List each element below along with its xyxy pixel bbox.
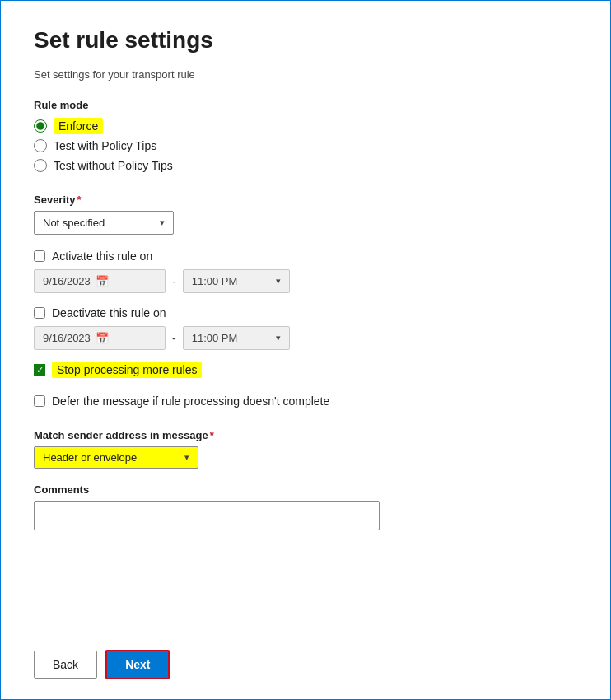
page-container: Set rule settings Set settings for your … [0, 0, 611, 700]
comments-input[interactable] [34, 501, 380, 530]
activate-section: Activate this rule on 9/16/2023 📅 - 11:0… [34, 250, 577, 293]
back-button[interactable]: Back [34, 651, 97, 679]
match-sender-select-row: Header or envelope ▾ [34, 446, 577, 469]
match-sender-selected-value: Header or envelope [43, 451, 137, 464]
enforce-highlight: Enforce [54, 118, 103, 134]
rule-mode-section: Rule mode Enforce Test with Policy Tips … [34, 99, 577, 179]
deactivate-time-select[interactable]: 11:00 PM ▾ [183, 326, 290, 350]
activate-time-select[interactable]: 11:00 PM ▾ [183, 269, 290, 293]
deactivate-checkbox[interactable] [34, 307, 45, 319]
rule-mode-label: Rule mode [34, 99, 577, 111]
deactivate-label[interactable]: Deactivate this rule on [52, 306, 166, 320]
stop-processing-section: ✓ Stop processing more rules [34, 363, 577, 383]
severity-required-star: * [77, 194, 82, 206]
activate-date-input[interactable]: 9/16/2023 📅 [34, 269, 166, 293]
severity-dropdown[interactable]: Not specified ▾ [34, 211, 174, 235]
activate-dash: - [172, 275, 176, 288]
page-title: Set rule settings [34, 27, 577, 54]
stop-processing-checkbox[interactable]: ✓ [34, 364, 45, 376]
match-sender-chevron-icon: ▾ [184, 452, 189, 463]
match-sender-dropdown[interactable]: Header or envelope ▾ [34, 446, 198, 469]
test-without-policy-tips-label[interactable]: Test without Policy Tips [54, 159, 173, 172]
activate-label[interactable]: Activate this rule on [52, 250, 152, 263]
activate-calendar-icon[interactable]: 📅 [96, 275, 109, 287]
stop-processing-label[interactable]: Stop processing more rules [52, 363, 202, 376]
test-without-policy-tips-radio[interactable] [34, 159, 47, 172]
comments-label: Comments [34, 483, 577, 496]
deactivate-section: Deactivate this rule on 9/16/2023 📅 - 11… [34, 306, 577, 350]
defer-section: Defer the message if rule processing doe… [34, 394, 577, 414]
deactivate-date-input[interactable]: 9/16/2023 📅 [34, 326, 166, 350]
next-button[interactable]: Next [105, 650, 170, 679]
deactivate-dash: - [172, 332, 176, 345]
activate-checkbox[interactable] [34, 250, 45, 262]
test-with-policy-tips-label[interactable]: Test with Policy Tips [54, 139, 156, 152]
deactivate-time-chevron-icon: ▾ [276, 333, 281, 343]
severity-selected-value: Not specified [43, 217, 105, 229]
enforce-radio-row: Enforce [34, 119, 577, 133]
test-with-policy-tips-radio-row: Test with Policy Tips [34, 139, 577, 152]
enforce-label[interactable]: Enforce [54, 119, 103, 133]
activate-datetime-row: 9/16/2023 📅 - 11:00 PM ▾ [34, 269, 577, 293]
activate-time-chevron-icon: ▾ [276, 276, 281, 287]
test-without-policy-tips-radio-row: Test without Policy Tips [34, 159, 577, 172]
stop-processing-checkbox-row: ✓ Stop processing more rules [34, 363, 577, 376]
activate-checkbox-row: Activate this rule on [34, 250, 577, 263]
footer-buttons: Back Next [34, 650, 577, 679]
defer-checkbox-row: Defer the message if rule processing doe… [34, 394, 577, 408]
comments-section: Comments [34, 483, 577, 623]
defer-checkbox[interactable] [34, 395, 45, 407]
deactivate-date-value: 9/16/2023 [43, 332, 91, 344]
stop-processing-checkmark: ✓ [36, 365, 44, 376]
activate-date-value: 9/16/2023 [43, 275, 91, 287]
page-subtitle: Set settings for your transport rule [34, 68, 577, 81]
severity-section: Severity * Not specified ▾ [34, 194, 577, 235]
severity-chevron-icon: ▾ [160, 217, 165, 228]
deactivate-time-value: 11:00 PM [192, 332, 238, 344]
deactivate-datetime-row: 9/16/2023 📅 - 11:00 PM ▾ [34, 326, 577, 350]
match-sender-label: Match sender address in message * [34, 429, 577, 441]
deactivate-checkbox-row: Deactivate this rule on [34, 306, 577, 320]
activate-time-value: 11:00 PM [192, 275, 238, 287]
test-with-policy-tips-radio[interactable] [34, 139, 47, 152]
match-sender-section: Match sender address in message * Header… [34, 429, 577, 469]
stop-processing-highlight: Stop processing more rules [52, 362, 202, 378]
enforce-radio[interactable] [34, 119, 47, 133]
defer-label[interactable]: Defer the message if rule processing doe… [52, 394, 329, 408]
deactivate-calendar-icon[interactable]: 📅 [96, 332, 109, 344]
severity-label: Severity * [34, 194, 577, 206]
match-sender-required-star: * [210, 429, 214, 441]
